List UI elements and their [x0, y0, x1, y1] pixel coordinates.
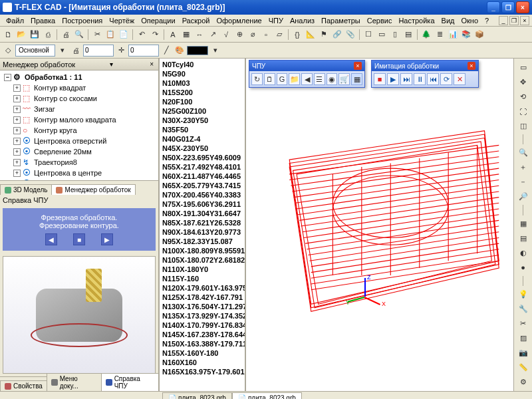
menu-operations[interactable]: Операции	[138, 17, 178, 25]
window-maximize-button[interactable]: ❐	[501, 1, 515, 13]
window-icon[interactable]: ☐	[362, 29, 374, 41]
menu-edit[interactable]: Правка	[27, 17, 59, 25]
tree-expand-icon[interactable]: +	[13, 106, 21, 113]
zoom-dyn-icon[interactable]: 🔎	[517, 190, 530, 203]
help-next-button[interactable]: ▶	[101, 233, 113, 245]
open-icon[interactable]: 📂	[15, 29, 27, 41]
paste-icon[interactable]: 📄	[118, 29, 130, 41]
tab-3d-model[interactable]: 3D Модель	[0, 184, 52, 195]
operations-tree[interactable]: −⚙Обработка1 : 11 +⬚Контур квадрат +⬚Кон…	[0, 70, 158, 180]
layer-select[interactable]: Основной	[15, 45, 55, 57]
menu-file[interactable]: Файл	[3, 17, 27, 25]
cut-icon[interactable]: ✂	[91, 29, 103, 41]
tree-item-8[interactable]: Центровка в центре	[34, 169, 102, 177]
zoomwin-icon[interactable]: 🔍	[517, 146, 530, 159]
flag-icon[interactable]: ⚑	[318, 29, 330, 41]
file-tab-2[interactable]: 📄плита_8023.grb	[232, 392, 302, 399]
box-icon[interactable]: 📦	[473, 29, 485, 41]
lib-icon[interactable]: 📚	[460, 29, 472, 41]
gcode-list[interactable]: N0Tcyl40 N5G90 N10M03 N15S200 N20F100 N2…	[160, 59, 246, 391]
tree-expand-icon[interactable]: +	[13, 159, 21, 166]
tree-expand-icon[interactable]: +	[13, 148, 21, 156]
tree-expand-icon[interactable]: +	[13, 116, 21, 124]
fragment-icon[interactable]: ▱	[273, 29, 285, 41]
tree-expand-icon[interactable]: +	[13, 84, 21, 92]
tree-collapse-icon[interactable]: −	[4, 74, 11, 81]
tree-item-3[interactable]: Контур малого квадрата	[34, 116, 116, 124]
menu-view[interactable]: Вид	[438, 17, 458, 25]
menu-settings[interactable]: Настройка	[395, 17, 438, 25]
manager-close-icon[interactable]: ×	[148, 61, 156, 68]
menu-window[interactable]: Окно	[458, 17, 481, 25]
wireframe-icon[interactable]: ▦	[517, 217, 530, 230]
pan-icon[interactable]: ✥	[517, 76, 530, 88]
print2-icon[interactable]: 🖨	[70, 45, 82, 57]
shaded-icon[interactable]: ◐	[517, 247, 530, 259]
tab-cnc-help[interactable]: Справка ЧПУ	[101, 373, 159, 391]
saveall-icon[interactable]: ⎙	[42, 29, 54, 41]
tree-root[interactable]: Обработка1 : 11	[25, 73, 82, 81]
menu-cnc[interactable]: ЧПУ	[265, 17, 287, 25]
attach-icon[interactable]: 📎	[344, 29, 356, 41]
tab-properties[interactable]: Свойства	[0, 380, 47, 391]
hatch-icon[interactable]: ▦	[180, 29, 192, 41]
menu-annotate[interactable]: Оформление	[213, 17, 265, 25]
viewport1-icon[interactable]: ▭	[376, 29, 388, 41]
tab-docmenu[interactable]: Меню доку...	[47, 373, 102, 391]
menu-help[interactable]: ?	[481, 17, 492, 25]
menu-service[interactable]: Сервис	[364, 17, 396, 25]
help-home-button[interactable]: ■	[73, 233, 85, 245]
menu-nesting[interactable]: Раскрой	[179, 17, 213, 25]
light-icon[interactable]: 💡	[517, 288, 530, 301]
tree-item-4[interactable]: Контур круга	[34, 126, 77, 134]
render-icon[interactable]: ●	[517, 261, 530, 274]
dropdown-icon[interactable]: ▾	[209, 45, 221, 57]
tab-manager[interactable]: Менеджер обработок	[51, 184, 135, 195]
preview-icon[interactable]: 🔍	[73, 29, 85, 41]
moretools-icon[interactable]: ▫	[260, 29, 272, 41]
menu-params[interactable]: Параметры	[318, 17, 364, 25]
clip-icon[interactable]: ✂	[517, 317, 530, 330]
colorpick-icon[interactable]: 🎨	[174, 45, 186, 57]
menu-analysis[interactable]: Анализ	[287, 17, 318, 25]
mdi-minimize-button[interactable]: _	[499, 16, 508, 25]
tree-expand-icon[interactable]: +	[13, 170, 21, 177]
section-icon[interactable]: ⌀	[247, 29, 259, 41]
tool2-icon[interactable]: 🔧	[517, 303, 530, 315]
copy-icon[interactable]: 📋	[104, 29, 116, 41]
file-tab-1[interactable]: 📄плита_8023.grb	[162, 392, 232, 399]
color-swatch[interactable]	[187, 46, 208, 55]
text-icon[interactable]: A	[167, 29, 179, 41]
viewport2-icon[interactable]: ▯	[389, 29, 401, 41]
menu-construct[interactable]: Построения	[59, 17, 106, 25]
window-minimize-button[interactable]: _	[487, 1, 500, 13]
viewport3-icon[interactable]: ▤	[402, 29, 414, 41]
tree-item-6[interactable]: Сверление 20мм	[34, 148, 92, 156]
tree-item-1[interactable]: Контур со скосами	[34, 94, 97, 102]
ruler-icon[interactable]: 📏	[517, 361, 530, 374]
help-prev-button[interactable]: ◀	[45, 233, 57, 245]
input-2[interactable]: 0	[128, 45, 159, 57]
new-icon[interactable]: 🗋	[2, 29, 14, 41]
link-icon[interactable]: 🔗	[331, 29, 343, 41]
tree-item-0[interactable]: Контур квадрат	[34, 84, 86, 92]
rotate-icon[interactable]: ⟲	[517, 90, 530, 103]
3d-viewport[interactable]: ЧПУ× ↻ 🗒 G 📁 ◀ ☰ ◉ 🛒 ▦ Имитация обработк…	[246, 59, 513, 391]
tree-item-2[interactable]: Зигзаг	[34, 105, 55, 113]
tree-item-5[interactable]: Центровка отверстий	[34, 137, 106, 145]
tree-expand-icon[interactable]: +	[13, 127, 21, 134]
layers-icon[interactable]: ≣	[434, 29, 446, 41]
tree-item-7[interactable]: Траектория8	[34, 158, 77, 166]
line-icon[interactable]: ╱	[160, 45, 172, 57]
params-icon[interactable]: {}	[291, 29, 303, 41]
tolerance-icon[interactable]: ⊕	[233, 29, 245, 41]
snap-icon[interactable]: ✛	[115, 45, 127, 57]
input-1[interactable]: 0	[83, 45, 114, 57]
props-icon[interactable]: 📊	[447, 29, 459, 41]
mdi-restore-button[interactable]: ❐	[509, 16, 519, 25]
fitsel-icon[interactable]: ◫	[517, 120, 530, 132]
redo-icon[interactable]: ↷	[149, 29, 161, 41]
camera-icon[interactable]: 📷	[517, 346, 530, 359]
undo-icon[interactable]: ↶	[136, 29, 148, 41]
fit-icon[interactable]: ⛶	[517, 105, 530, 118]
